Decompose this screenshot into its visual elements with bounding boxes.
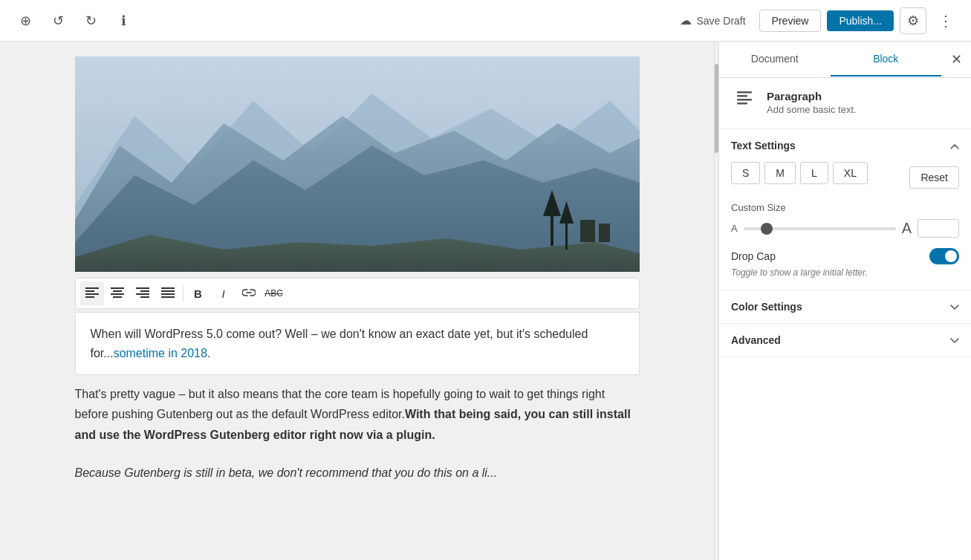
main-area: B I ABC When will WordPress 5.0 come out… xyxy=(0,42,971,560)
paragraph-block-2[interactable]: That's pretty vague – but it also means … xyxy=(75,375,640,454)
more-options-button[interactable]: ⋮ xyxy=(932,7,959,34)
svg-rect-28 xyxy=(737,91,752,94)
sidebar: Document Block ✕ Paragraph Add some basi… xyxy=(718,42,971,560)
font-size-input[interactable] xyxy=(918,219,959,238)
add-block-button[interactable]: ⊕ xyxy=(12,7,39,34)
sidebar-content: Paragraph Add some basic text. Text Sett… xyxy=(719,78,971,560)
svg-rect-25 xyxy=(161,290,175,292)
svg-rect-17 xyxy=(113,290,122,292)
paragraph-italic-text: Because Gutenberg is still in beta, we d… xyxy=(75,466,498,479)
svg-rect-5 xyxy=(75,56,640,272)
bold-icon: B xyxy=(194,287,202,300)
font-size-small-icon: A xyxy=(731,223,738,234)
svg-rect-23 xyxy=(140,296,149,298)
align-left-icon xyxy=(85,287,99,300)
chevron-down-icon-color xyxy=(950,301,959,313)
svg-rect-19 xyxy=(113,296,122,298)
info-icon: ℹ xyxy=(121,13,126,29)
size-s-button[interactable]: S xyxy=(731,162,760,184)
block-desc: Add some basic text. xyxy=(767,104,857,115)
align-left-button[interactable] xyxy=(80,281,104,305)
size-m-button[interactable]: M xyxy=(764,162,796,184)
sidebar-header: Document Block ✕ xyxy=(719,42,971,78)
text-settings-header[interactable]: Text Settings xyxy=(719,129,971,162)
link-icon xyxy=(242,287,256,300)
paragraph-suffix: . xyxy=(207,347,210,359)
align-justify-icon xyxy=(161,287,175,300)
undo-icon: ↺ xyxy=(53,13,64,29)
scroll-thumb[interactable] xyxy=(715,64,718,153)
custom-size-label: Custom Size xyxy=(731,202,959,213)
svg-rect-12 xyxy=(85,287,99,289)
preview-button[interactable]: Preview xyxy=(759,10,822,32)
svg-rect-27 xyxy=(161,296,175,298)
toolbar-right: ☁ Save Draft Preview Publish... ⚙ ⋮ xyxy=(672,7,959,34)
editor-area: B I ABC When will WordPress 5.0 come out… xyxy=(0,42,714,560)
featured-image xyxy=(75,56,640,272)
publish-button[interactable]: Publish... xyxy=(827,10,894,31)
svg-rect-30 xyxy=(737,99,752,101)
font-size-slider[interactable] xyxy=(744,227,896,230)
italic-button[interactable]: I xyxy=(212,281,236,305)
drop-cap-toggle[interactable] xyxy=(929,248,959,264)
advanced-title: Advanced xyxy=(731,334,781,346)
add-icon: ⊕ xyxy=(20,13,31,29)
drop-cap-header: Drop Cap xyxy=(731,248,959,264)
redo-icon: ↻ xyxy=(85,13,97,29)
drop-cap-desc: Toggle to show a large initial letter. xyxy=(731,267,959,278)
svg-rect-13 xyxy=(85,290,94,292)
size-l-button[interactable]: L xyxy=(800,162,828,184)
gear-icon: ⚙ xyxy=(907,13,919,29)
color-settings-header[interactable]: Color Settings xyxy=(719,290,971,323)
svg-rect-26 xyxy=(161,293,175,295)
paragraph-block-3[interactable]: Because Gutenberg is still in beta, we d… xyxy=(75,454,640,492)
undo-button[interactable]: ↺ xyxy=(45,7,71,34)
separator-1 xyxy=(183,284,184,302)
size-xl-button[interactable]: XL xyxy=(833,162,868,184)
info-button[interactable]: ℹ xyxy=(110,7,137,34)
align-justify-button[interactable] xyxy=(156,281,180,305)
chevron-up-icon xyxy=(950,140,959,152)
bold-button[interactable]: B xyxy=(186,281,210,305)
paragraph-icon xyxy=(731,90,758,117)
save-draft-button[interactable]: ☁ Save Draft xyxy=(672,9,753,32)
svg-rect-24 xyxy=(161,287,175,289)
block-info: Paragraph Add some basic text. xyxy=(719,78,971,129)
close-icon: ✕ xyxy=(951,51,962,68)
svg-rect-11 xyxy=(599,224,610,242)
redo-button[interactable]: ↻ xyxy=(77,7,104,34)
align-right-icon xyxy=(136,287,149,300)
reset-button[interactable]: Reset xyxy=(909,166,959,189)
top-toolbar: ⊕ ↺ ↻ ℹ ☁ Save Draft Preview Publish... … xyxy=(0,0,971,42)
svg-rect-18 xyxy=(111,293,124,295)
save-draft-label: Save Draft xyxy=(696,15,745,27)
paragraph-block-1[interactable]: When will WordPress 5.0 come out? Well –… xyxy=(75,312,640,375)
svg-rect-10 xyxy=(580,220,595,242)
inline-link[interactable]: sometime in 2018 xyxy=(114,347,207,359)
svg-rect-29 xyxy=(737,95,747,97)
more-icon: ⋮ xyxy=(938,12,953,30)
link-button[interactable] xyxy=(237,281,261,305)
text-settings-title: Text Settings xyxy=(731,140,796,152)
drop-cap-label: Drop Cap xyxy=(731,250,776,262)
tab-block[interactable]: Block xyxy=(831,42,942,76)
size-buttons-row: S M L XL Reset xyxy=(731,162,959,193)
color-settings-section: Color Settings xyxy=(719,290,971,324)
cloud-icon: ☁ xyxy=(680,13,692,27)
publish-label: Publish... xyxy=(839,15,882,27)
svg-rect-31 xyxy=(737,102,747,105)
drop-cap-row: Drop Cap Toggle to show a large initial … xyxy=(731,248,959,278)
align-right-button[interactable] xyxy=(131,281,155,305)
svg-rect-14 xyxy=(85,293,99,295)
align-center-button[interactable] xyxy=(105,281,129,305)
strikethrough-button[interactable]: ABC xyxy=(262,281,286,305)
reset-label: Reset xyxy=(920,172,948,183)
advanced-header[interactable]: Advanced xyxy=(719,324,971,356)
chevron-down-icon-advanced xyxy=(950,334,959,346)
tab-document[interactable]: Document xyxy=(719,42,831,76)
svg-rect-21 xyxy=(140,290,149,292)
sidebar-close-button[interactable]: ✕ xyxy=(941,42,971,77)
text-settings-section: Text Settings S M L XL xyxy=(719,129,971,290)
text-settings-content: S M L XL Reset Custom Size A xyxy=(719,162,971,290)
settings-button[interactable]: ⚙ xyxy=(900,7,926,34)
